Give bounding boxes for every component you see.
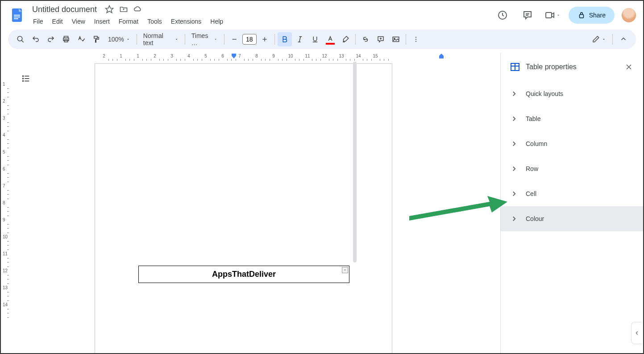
collapse-icon[interactable] — [616, 32, 631, 46]
svg-rect-1 — [14, 15, 20, 16]
decrease-font-icon[interactable] — [227, 32, 241, 46]
svg-line-21 — [299, 37, 300, 42]
document-main: 21123456789101112131415 1234567891011121… — [1, 53, 500, 354]
svg-point-33 — [23, 81, 24, 82]
svg-point-31 — [23, 78, 24, 79]
section-row[interactable]: Row — [501, 156, 643, 181]
document-table[interactable]: AppsThatDeliver — [138, 266, 349, 283]
section-colour[interactable]: Colour — [501, 206, 643, 231]
share-label: Share — [589, 12, 606, 19]
separator — [185, 34, 185, 45]
link-icon[interactable] — [358, 32, 373, 46]
table-properties-panel: Table properties Quick layouts Table Col… — [500, 53, 643, 354]
increase-font-icon[interactable] — [258, 32, 272, 46]
undo-icon[interactable] — [29, 32, 43, 46]
menu-view[interactable]: View — [68, 16, 89, 27]
meet-icon[interactable] — [544, 6, 561, 24]
separator — [612, 34, 613, 45]
section-cell[interactable]: Cell — [501, 181, 643, 206]
section-label: Table — [526, 115, 540, 122]
zoom-select[interactable]: 100% — [104, 34, 134, 45]
indent-right-icon[interactable] — [439, 54, 444, 58]
svg-rect-8 — [546, 12, 552, 18]
menu-help[interactable]: Help — [207, 16, 227, 27]
cloud-icon[interactable] — [133, 5, 142, 14]
text-color-icon[interactable] — [323, 32, 337, 46]
ruler-vertical[interactable]: 1234567891011121314 — [1, 62, 10, 354]
print-icon[interactable] — [59, 32, 73, 46]
separator — [355, 34, 356, 45]
table-icon — [510, 62, 520, 72]
paint-format-icon[interactable] — [89, 32, 104, 46]
indent-left-icon[interactable] — [232, 54, 236, 58]
outline-icon[interactable] — [18, 71, 34, 87]
comments-icon[interactable] — [519, 6, 536, 24]
docs-logo[interactable] — [8, 6, 26, 24]
document-title[interactable]: Untitled document — [29, 4, 100, 15]
star-icon[interactable] — [105, 5, 114, 14]
header: Untitled document File Edit View Insert … — [1, 1, 643, 26]
panel-header: Table properties — [501, 53, 643, 81]
section-label: Row — [526, 165, 538, 172]
menu-file[interactable]: File — [29, 16, 47, 27]
bold-icon[interactable] — [278, 32, 292, 46]
font-select[interactable]: Times … — [188, 30, 221, 48]
section-label: Quick layouts — [526, 90, 563, 97]
document-page[interactable]: AppsThatDeliver — [95, 63, 392, 354]
panel-title: Table properties — [526, 63, 616, 71]
svg-marker-4 — [106, 6, 113, 13]
highlight-icon[interactable] — [338, 32, 353, 46]
menu-bar: File Edit View Insert Format Tools Exten… — [29, 16, 494, 27]
table-cell-text: AppsThatDeliver — [212, 270, 276, 279]
image-icon[interactable] — [389, 32, 403, 46]
history-icon[interactable] — [494, 6, 511, 24]
svg-rect-15 — [94, 36, 98, 38]
spellcheck-icon[interactable] — [74, 32, 88, 46]
separator — [137, 34, 137, 45]
svg-point-10 — [17, 36, 22, 41]
chevron-right-icon — [510, 139, 519, 148]
svg-rect-3 — [14, 18, 18, 19]
chevron-right-icon — [510, 189, 519, 198]
add-comment-icon[interactable] — [374, 32, 388, 46]
svg-point-27 — [415, 39, 416, 40]
menu-format[interactable]: Format — [115, 16, 142, 27]
underline-icon[interactable] — [308, 32, 322, 46]
user-avatar[interactable] — [622, 8, 636, 22]
ruler-horizontal[interactable]: 21123456789101112131415 — [1, 53, 500, 62]
section-column[interactable]: Column — [501, 131, 643, 156]
table-dropdown-icon[interactable] — [342, 267, 348, 273]
section-label: Colour — [526, 215, 544, 222]
section-table[interactable]: Table — [501, 106, 643, 131]
document-container: 21123456789101112131415 1234567891011121… — [1, 53, 643, 354]
chevron-right-icon — [510, 89, 519, 98]
font-size-input[interactable] — [242, 34, 257, 45]
menu-edit[interactable]: Edit — [49, 16, 66, 27]
close-icon[interactable] — [622, 60, 636, 74]
section-label: Cell — [526, 190, 536, 197]
svg-rect-9 — [579, 15, 583, 18]
move-icon[interactable] — [119, 5, 128, 14]
scrollbar-vertical[interactable] — [353, 62, 357, 262]
svg-point-28 — [415, 41, 416, 42]
editing-mode-icon[interactable] — [589, 32, 609, 46]
section-quick-layouts[interactable]: Quick layouts — [501, 81, 643, 106]
more-icon[interactable] — [409, 32, 423, 46]
header-right: Share — [494, 6, 636, 24]
chevron-right-icon — [510, 214, 519, 223]
svg-line-11 — [21, 40, 24, 42]
share-button[interactable]: Share — [569, 7, 615, 24]
menu-insert[interactable]: Insert — [91, 16, 113, 27]
search-icon[interactable] — [13, 32, 28, 46]
separator — [274, 34, 275, 45]
italic-icon[interactable] — [293, 32, 307, 46]
menu-extensions[interactable]: Extensions — [167, 16, 205, 27]
expand-side-icon[interactable] — [631, 322, 642, 344]
section-label: Column — [526, 140, 547, 147]
font-size-group — [227, 32, 272, 46]
redo-icon[interactable] — [44, 32, 58, 46]
menu-tools[interactable]: Tools — [144, 16, 166, 27]
style-select[interactable]: Normal text — [140, 30, 182, 48]
svg-point-29 — [23, 76, 24, 77]
table-cell[interactable]: AppsThatDeliver — [139, 266, 349, 283]
